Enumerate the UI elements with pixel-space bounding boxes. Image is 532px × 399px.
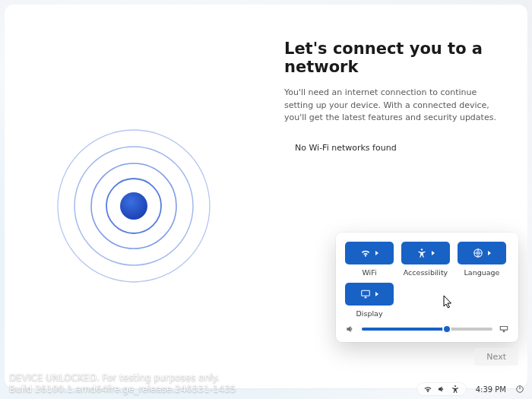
watermark-line1: DEVICE UNLOCKED. For testing purposes on… xyxy=(9,372,236,385)
chevron-right-icon xyxy=(375,292,378,296)
wifi-icon xyxy=(423,385,432,394)
qs-accessibility-button[interactable]: Accessibility xyxy=(401,242,450,277)
chevron-right-icon xyxy=(432,251,435,255)
cast-icon[interactable] xyxy=(499,324,509,334)
volume-icon xyxy=(345,324,356,334)
svg-rect-7 xyxy=(362,290,370,296)
accessibility-icon xyxy=(451,385,460,394)
wifi-icon xyxy=(360,248,371,258)
clock: 4:39 PM xyxy=(476,385,506,394)
qs-label: WiFi xyxy=(362,268,376,277)
tray-cluster[interactable] xyxy=(416,382,467,396)
svg-point-5 xyxy=(421,249,423,250)
wifi-status: No Wi-Fi networks found xyxy=(295,143,506,153)
content-column: Let's connect you to a network You'll ne… xyxy=(284,40,506,153)
qs-label: Accessibility xyxy=(404,268,448,277)
qs-language-button[interactable]: Language xyxy=(458,242,506,277)
system-tray: 4:39 PM xyxy=(416,382,524,396)
accessibility-icon xyxy=(416,248,427,258)
volume-icon xyxy=(437,385,446,394)
chevron-right-icon xyxy=(375,251,378,255)
display-icon xyxy=(360,289,371,299)
language-icon xyxy=(473,248,483,258)
power-button[interactable] xyxy=(515,385,524,394)
chevron-right-icon xyxy=(488,251,491,255)
decorative-circles xyxy=(54,126,214,286)
page-title: Let's connect you to a network xyxy=(284,40,506,76)
qs-label: Display xyxy=(356,309,382,318)
svg-point-4 xyxy=(120,192,147,220)
qs-display-button[interactable]: Display xyxy=(345,283,394,318)
watermark-line2: Build 26100.1.amd64fre.ge_release.240331… xyxy=(9,384,236,396)
build-watermark: DEVICE UNLOCKED. For testing purposes on… xyxy=(9,372,236,396)
svg-point-8 xyxy=(454,385,456,387)
oobe-card: Let's connect you to a network You'll ne… xyxy=(5,5,527,388)
volume-row xyxy=(345,324,509,334)
quick-settings-panel: WiFi Accessibility Langu xyxy=(336,233,518,342)
volume-slider[interactable] xyxy=(362,328,492,331)
next-button: Next xyxy=(474,348,518,366)
page-subtitle: You'll need an internet connection to co… xyxy=(284,87,506,125)
qs-label: Language xyxy=(464,268,500,277)
qs-wifi-button[interactable]: WiFi xyxy=(345,242,394,277)
